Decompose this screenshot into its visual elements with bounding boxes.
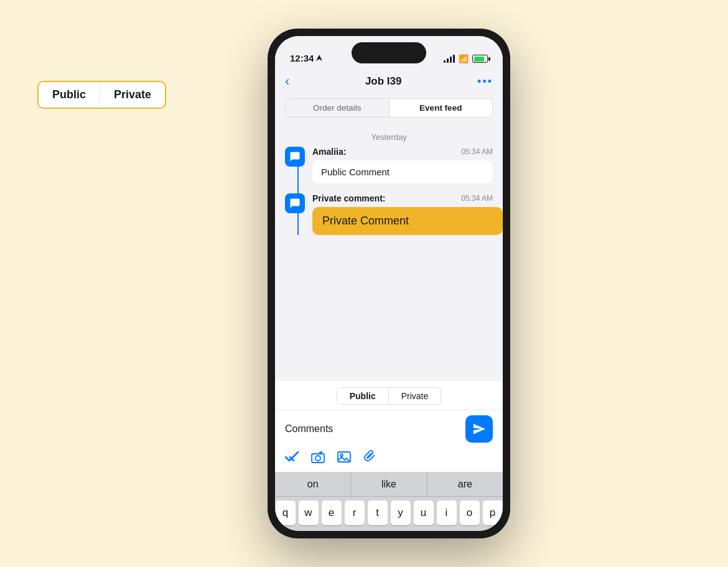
comment-input[interactable]	[285, 423, 458, 435]
key-t[interactable]: t	[368, 500, 388, 525]
key-y[interactable]: y	[391, 500, 411, 525]
svg-point-2	[315, 456, 320, 461]
timeline-item-private: Private comment: 05:34 AM Private Commen…	[285, 193, 493, 235]
status-time: 12:34	[290, 53, 322, 63]
key-p[interactable]: p	[483, 500, 503, 525]
svg-rect-1	[312, 454, 324, 463]
event-2-comment: Private Comment	[312, 207, 503, 235]
event-1-time: 05:34 AM	[461, 147, 493, 156]
dynamic-island	[352, 42, 426, 63]
floating-public-tab[interactable]: Public	[39, 82, 100, 108]
key-i[interactable]: i	[437, 500, 457, 525]
private-comment-icon	[285, 193, 305, 213]
comment-tab-public[interactable]: Public	[337, 387, 389, 405]
page-title: Job I39	[365, 75, 402, 88]
image-icon[interactable]	[337, 451, 351, 466]
nav-header: ‹ Job I39 •••	[275, 68, 503, 96]
event-2-content: Private comment: 05:34 AM Private Commen…	[312, 193, 493, 235]
more-button[interactable]: •••	[477, 75, 493, 88]
keyboard-rows: q w e r t y u i o p	[275, 497, 503, 531]
comment-type-tabs: Public Private	[275, 381, 503, 410]
event-2-time: 05:34 AM	[461, 194, 493, 203]
signal-icon	[444, 55, 455, 63]
event-1-header: Amaliia: 05:34 AM	[312, 147, 493, 157]
event-2-author: Private comment:	[312, 193, 385, 203]
send-button[interactable]	[465, 415, 493, 443]
tab-order-details[interactable]: Order details	[285, 98, 390, 118]
phone-screen: 12:34 📶 ‹ Job I39	[275, 36, 503, 531]
status-icons: 📶	[444, 54, 488, 63]
battery-icon	[472, 55, 488, 63]
tab-event-feed[interactable]: Event feed	[390, 98, 493, 118]
event-1-comment: Public Comment	[312, 160, 493, 183]
comment-tab-private[interactable]: Private	[389, 387, 442, 405]
keyboard-suggestions: on like are	[275, 472, 503, 497]
toolbar-row	[275, 448, 503, 472]
key-w[interactable]: w	[299, 500, 319, 525]
svg-marker-0	[316, 55, 322, 61]
comment-icon	[285, 147, 305, 167]
back-button[interactable]: ‹	[285, 73, 289, 90]
timeline-item: Amaliia: 05:34 AM Public Comment	[285, 147, 493, 183]
floating-private-tab[interactable]: Private	[100, 82, 165, 108]
keyboard-row-1: q w e r t y u i o p	[278, 500, 500, 525]
key-r[interactable]: r	[345, 500, 365, 525]
event-1-content: Amaliia: 05:34 AM Public Comment	[312, 147, 493, 183]
attach-icon[interactable]	[363, 450, 376, 467]
keyboard: on like are q w e r t y u i o p	[275, 472, 503, 531]
suggestion-are[interactable]: are	[427, 472, 503, 496]
check-icon[interactable]	[285, 451, 299, 466]
event-2-header: Private comment: 05:34 AM	[312, 193, 493, 203]
suggestion-on[interactable]: on	[275, 472, 351, 496]
event-feed: Yesterday Amaliia: 05:34 AM	[275, 125, 503, 381]
comment-input-row	[275, 410, 503, 448]
svg-point-5	[340, 454, 343, 456]
event-1-author: Amaliia:	[312, 147, 346, 157]
camera-add-icon[interactable]	[311, 451, 325, 466]
bottom-input-area: Public Private	[275, 381, 503, 472]
phone-frame: 12:34 📶 ‹ Job I39	[268, 29, 510, 538]
key-e[interactable]: e	[322, 500, 342, 525]
key-q[interactable]: q	[276, 500, 296, 525]
wifi-icon: 📶	[459, 54, 469, 63]
floating-public-private-toggle[interactable]: Public Private	[37, 81, 166, 109]
timeline: Amaliia: 05:34 AM Public Comment	[275, 147, 503, 235]
tab-bar: Order details Event feed	[275, 96, 503, 125]
date-separator: Yesterday	[275, 125, 503, 147]
key-o[interactable]: o	[460, 500, 480, 525]
key-u[interactable]: u	[414, 500, 434, 525]
suggestion-like[interactable]: like	[351, 472, 427, 496]
